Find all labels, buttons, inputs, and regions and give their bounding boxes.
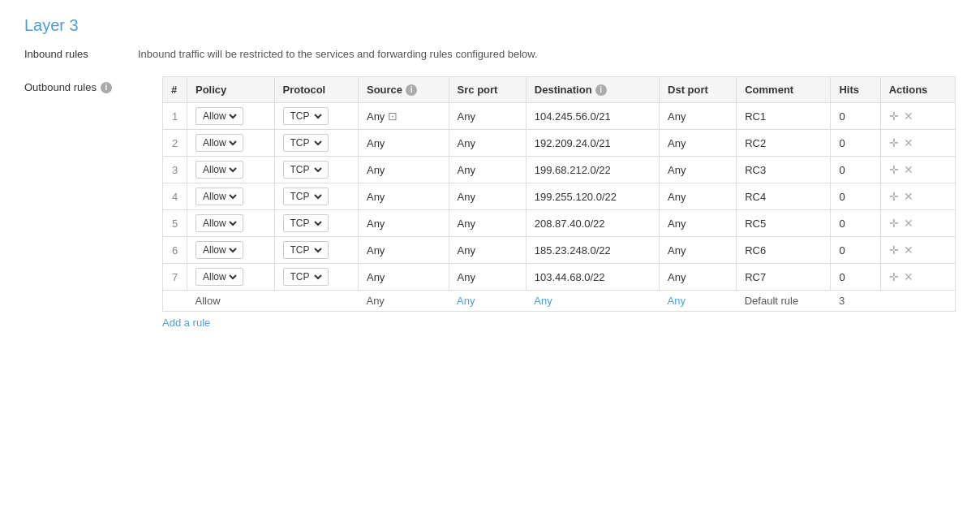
default-num xyxy=(163,291,187,312)
move-icon[interactable]: ✛ xyxy=(889,110,899,123)
default-rule-row: AllowAnyAnyAnyAnyDefault rule3 xyxy=(163,291,956,312)
move-icon[interactable]: ✛ xyxy=(889,190,899,203)
delete-icon[interactable]: ✕ xyxy=(904,136,913,149)
inbound-description: Inbound traffic will be restricted to th… xyxy=(138,48,538,60)
default-policy: Allow xyxy=(187,291,275,312)
row-policy[interactable]: AllowDeny xyxy=(187,130,275,157)
delete-icon[interactable]: ✕ xyxy=(904,110,913,123)
protocol-select[interactable]: TCPUDPAny xyxy=(287,244,325,257)
table-row: 4AllowDenyTCPUDPAnyAnyAny199.255.120.0/2… xyxy=(163,183,956,210)
source-info-icon[interactable]: i xyxy=(406,84,417,96)
delete-icon[interactable]: ✕ xyxy=(904,244,913,257)
row-num: 2 xyxy=(163,130,187,157)
delete-icon[interactable]: ✕ xyxy=(904,217,913,230)
outbound-rules-table: # Policy Protocol Source i Src port Dest… xyxy=(162,76,956,312)
row-src-port: Any xyxy=(449,183,526,210)
outbound-info-icon[interactable]: i xyxy=(101,82,112,93)
row-policy[interactable]: AllowDeny xyxy=(187,103,275,130)
row-policy[interactable]: AllowDeny xyxy=(187,157,275,183)
row-protocol[interactable]: TCPUDPAny xyxy=(274,157,358,183)
row-actions: ✛✕ xyxy=(880,157,955,183)
policy-select[interactable]: AllowDeny xyxy=(200,270,239,283)
row-source: Any xyxy=(358,237,449,264)
row-comment: RC2 xyxy=(737,130,831,157)
row-dst-port: Any xyxy=(660,264,737,291)
col-destination: Destination i xyxy=(526,77,659,103)
policy-select[interactable]: AllowDeny xyxy=(200,136,239,149)
row-destination: 199.255.120.0/22 xyxy=(526,183,659,210)
row-comment: RC3 xyxy=(737,157,831,183)
row-dst-port: Any xyxy=(660,157,737,183)
policy-select[interactable]: AllowDeny xyxy=(200,110,239,123)
row-policy[interactable]: AllowDeny xyxy=(187,183,275,210)
default-dst-port: Any xyxy=(660,291,737,312)
row-protocol[interactable]: TCPUDPAny xyxy=(274,103,358,130)
protocol-select[interactable]: TCPUDPAny xyxy=(287,217,325,230)
row-source: Any⊡ xyxy=(358,103,449,130)
outbound-rules-section: Outbound rules i # Policy Protocol Sourc… xyxy=(24,76,956,329)
row-hits: 0 xyxy=(831,210,880,237)
outbound-label-text: Outbound rules xyxy=(24,81,97,93)
default-hits: 3 xyxy=(831,291,880,312)
source-edit-icon[interactable]: ⊡ xyxy=(388,110,398,123)
outbound-label-container: Outbound rules i xyxy=(24,76,138,93)
page-title: Layer 3 xyxy=(24,16,956,35)
col-num: # xyxy=(163,77,187,103)
row-protocol[interactable]: TCPUDPAny xyxy=(274,183,358,210)
row-hits: 0 xyxy=(831,183,880,210)
policy-select[interactable]: AllowDeny xyxy=(200,163,239,176)
row-protocol[interactable]: TCPUDPAny xyxy=(274,264,358,291)
protocol-select[interactable]: TCPUDPAny xyxy=(287,163,325,176)
row-protocol[interactable]: TCPUDPAny xyxy=(274,210,358,237)
protocol-select[interactable]: TCPUDPAny xyxy=(287,136,325,149)
row-num: 1 xyxy=(163,103,187,130)
delete-icon[interactable]: ✕ xyxy=(904,270,913,283)
row-source: Any xyxy=(358,130,449,157)
move-icon[interactable]: ✛ xyxy=(889,270,899,283)
row-num: 5 xyxy=(163,210,187,237)
row-comment: RC4 xyxy=(737,183,831,210)
row-num: 3 xyxy=(163,157,187,183)
row-destination: 185.23.248.0/22 xyxy=(526,237,659,264)
policy-select[interactable]: AllowDeny xyxy=(200,217,239,230)
protocol-select[interactable]: TCPUDPAny xyxy=(287,190,325,203)
destination-info-icon[interactable]: i xyxy=(595,84,607,96)
row-src-port: Any xyxy=(449,130,526,157)
table-row: 6AllowDenyTCPUDPAnyAnyAny185.23.248.0/22… xyxy=(163,237,956,264)
row-src-port: Any xyxy=(449,157,526,183)
row-policy[interactable]: AllowDeny xyxy=(187,264,275,291)
policy-select[interactable]: AllowDeny xyxy=(200,190,239,203)
policy-select[interactable]: AllowDeny xyxy=(200,244,239,257)
default-source: Any xyxy=(358,291,449,312)
move-icon[interactable]: ✛ xyxy=(889,217,899,230)
protocol-select[interactable]: TCPUDPAny xyxy=(287,270,325,283)
row-num: 7 xyxy=(163,264,187,291)
move-icon[interactable]: ✛ xyxy=(889,244,899,257)
move-icon[interactable]: ✛ xyxy=(889,163,899,176)
row-actions: ✛✕ xyxy=(880,183,955,210)
row-dst-port: Any xyxy=(660,237,737,264)
delete-icon[interactable]: ✕ xyxy=(904,190,913,203)
protocol-select[interactable]: TCPUDPAny xyxy=(287,110,325,123)
row-actions: ✛✕ xyxy=(880,210,955,237)
delete-icon[interactable]: ✕ xyxy=(904,163,913,176)
row-dst-port: Any xyxy=(660,130,737,157)
row-hits: 0 xyxy=(831,103,880,130)
row-comment: RC1 xyxy=(737,103,831,130)
move-icon[interactable]: ✛ xyxy=(889,136,899,149)
row-protocol[interactable]: TCPUDPAny xyxy=(274,237,358,264)
add-rule-link[interactable]: Add a rule xyxy=(162,317,210,329)
row-destination: 104.245.56.0/21 xyxy=(526,103,659,130)
outbound-table-container: # Policy Protocol Source i Src port Dest… xyxy=(162,76,956,329)
col-policy: Policy xyxy=(187,77,275,103)
inbound-label: Inbound rules xyxy=(24,48,138,60)
row-policy[interactable]: AllowDeny xyxy=(187,210,275,237)
table-row: 2AllowDenyTCPUDPAnyAnyAny192.209.24.0/21… xyxy=(163,130,956,157)
default-comment: Default rule xyxy=(737,291,831,312)
row-hits: 0 xyxy=(831,130,880,157)
row-source: Any xyxy=(358,264,449,291)
row-policy[interactable]: AllowDeny xyxy=(187,237,275,264)
table-row: 1AllowDenyTCPUDPAnyAny⊡Any104.245.56.0/2… xyxy=(163,103,956,130)
table-row: 3AllowDenyTCPUDPAnyAnyAny199.68.212.0/22… xyxy=(163,157,956,183)
row-protocol[interactable]: TCPUDPAny xyxy=(274,130,358,157)
